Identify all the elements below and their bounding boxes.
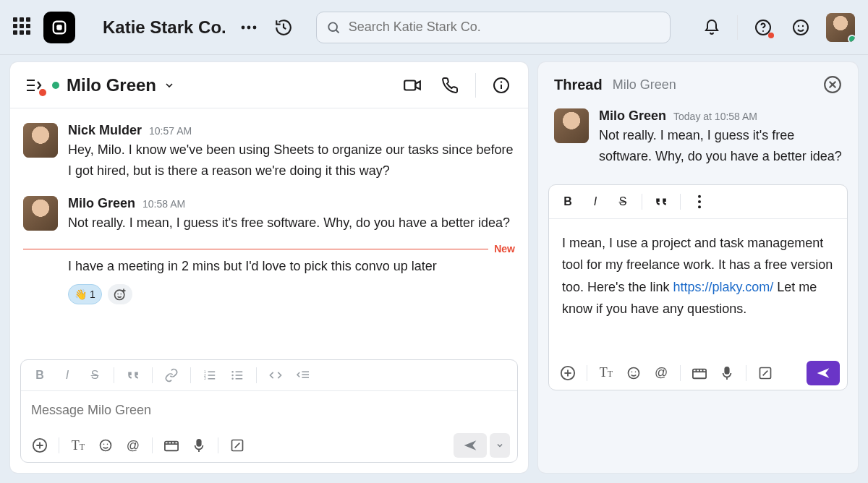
emoji-button[interactable] — [622, 362, 645, 384]
avatar[interactable] — [23, 196, 58, 231]
thread-subtitle[interactable]: Milo Green — [613, 77, 676, 93]
bullet-list-button[interactable] — [226, 364, 249, 386]
add-reaction-button[interactable] — [108, 284, 132, 304]
quote-button[interactable] — [650, 191, 673, 213]
svg-point-19 — [501, 81, 502, 82]
text-format-button[interactable]: TT — [67, 435, 90, 456]
ordered-list-button[interactable]: 123 — [198, 364, 221, 386]
svg-line-54 — [235, 443, 240, 448]
org-name[interactable]: Katie Stark Co. — [103, 17, 226, 38]
reactions-row: 👋 1 — [23, 284, 515, 304]
apps-grid-icon[interactable] — [13, 17, 33, 38]
chat-title-button[interactable]: Milo Green — [52, 75, 175, 95]
app-logo[interactable] — [43, 12, 75, 43]
svg-point-34 — [231, 371, 233, 372]
reaction-chip[interactable]: 👋 1 — [68, 284, 102, 304]
notifications-icon[interactable] — [699, 15, 724, 40]
send-reply-button[interactable] — [807, 361, 840, 385]
message-text: I have a meeting in 2 mins but I'd love … — [23, 256, 515, 277]
divider — [475, 73, 476, 98]
divider — [737, 15, 738, 40]
svg-point-36 — [231, 378, 233, 380]
send-options-button[interactable] — [490, 433, 510, 458]
topbar: Katie Stark Co. — [0, 0, 868, 55]
attach-button[interactable] — [556, 362, 579, 384]
bold-button[interactable]: B — [28, 364, 51, 386]
topbar-right — [699, 13, 855, 42]
new-messages-divider: New — [23, 243, 515, 255]
svg-marker-16 — [415, 81, 420, 89]
video-clip-button[interactable] — [160, 435, 183, 456]
svg-rect-15 — [404, 80, 415, 90]
help-icon[interactable] — [751, 15, 775, 40]
search-input[interactable] — [316, 12, 671, 43]
search-wrap — [316, 12, 671, 43]
emoji-icon[interactable] — [788, 15, 813, 40]
channel-list-toggle[interactable] — [25, 77, 42, 93]
svg-point-3 — [247, 25, 250, 29]
thread-format-toolbar: B I S — [549, 185, 847, 219]
quote-button[interactable] — [122, 364, 145, 386]
chat-title-text: Milo Green — [67, 75, 156, 95]
reaction-count: 1 — [90, 288, 95, 300]
svg-point-11 — [802, 25, 804, 26]
shortcut-button[interactable] — [226, 435, 249, 456]
message-text: Not really. I mean, I guess it's free so… — [599, 125, 842, 167]
svg-point-65 — [629, 367, 639, 378]
composer-input[interactable] — [21, 391, 517, 429]
svg-point-44 — [103, 444, 105, 445]
mention-button[interactable]: @ — [122, 435, 145, 456]
svg-line-6 — [336, 30, 339, 33]
svg-point-2 — [241, 25, 244, 29]
thread-header: Thread Milo Green — [538, 62, 858, 101]
link-button[interactable] — [160, 364, 183, 386]
message-time: 10:57 AM — [149, 125, 192, 137]
italic-button[interactable]: I — [584, 191, 607, 213]
message-time: Today at 10:58 AM — [673, 111, 757, 122]
chat-actions — [400, 73, 514, 98]
message-text: Not really. I mean, I guess it's free so… — [68, 213, 515, 234]
audio-call-button[interactable] — [438, 73, 462, 98]
shortcut-button[interactable] — [754, 362, 777, 384]
unread-dot — [39, 89, 46, 96]
svg-point-9 — [793, 20, 808, 35]
text-format-button[interactable]: TT — [595, 362, 618, 384]
video-clip-button[interactable] — [688, 362, 711, 384]
close-thread-button[interactable] — [823, 75, 842, 94]
avatar[interactable] — [23, 123, 58, 158]
emoji-button[interactable] — [94, 435, 117, 456]
more-format-button[interactable] — [688, 191, 711, 213]
thread-composer-actions: TT @ — [549, 356, 847, 390]
svg-point-59 — [698, 195, 701, 197]
strike-button[interactable]: S — [611, 191, 634, 213]
svg-point-8 — [762, 30, 764, 32]
org-menu-button[interactable] — [237, 15, 261, 40]
svg-point-4 — [252, 25, 256, 29]
code-button[interactable] — [264, 364, 287, 386]
mic-button[interactable] — [715, 362, 739, 384]
avatar[interactable] — [554, 108, 589, 143]
attach-button[interactable] — [28, 435, 51, 456]
draft-link[interactable]: https://plaky.com/ — [673, 280, 774, 294]
strike-button[interactable]: S — [83, 364, 106, 386]
svg-point-5 — [328, 22, 337, 31]
send-button[interactable] — [454, 433, 487, 458]
bold-button[interactable]: B — [556, 191, 579, 213]
message-time: 10:58 AM — [142, 198, 185, 210]
notification-dot — [768, 33, 774, 38]
italic-button[interactable]: I — [56, 364, 79, 386]
user-avatar[interactable] — [826, 13, 855, 42]
video-call-button[interactable] — [400, 73, 425, 98]
thread-title: Thread — [554, 77, 603, 93]
mic-button[interactable] — [187, 435, 210, 456]
message-author[interactable]: Nick Mulder — [68, 123, 142, 138]
channel-info-button[interactable] — [489, 73, 514, 98]
history-icon[interactable] — [271, 15, 296, 40]
presence-dot — [52, 82, 59, 89]
codeblock-button[interactable] — [292, 364, 315, 386]
mention-button[interactable]: @ — [650, 362, 673, 384]
message-author[interactable]: Milo Green — [68, 196, 135, 211]
message-author[interactable]: Milo Green — [599, 108, 666, 124]
thread-composer-input[interactable]: I mean, I use a project and task managem… — [549, 219, 847, 356]
svg-point-10 — [798, 25, 799, 26]
